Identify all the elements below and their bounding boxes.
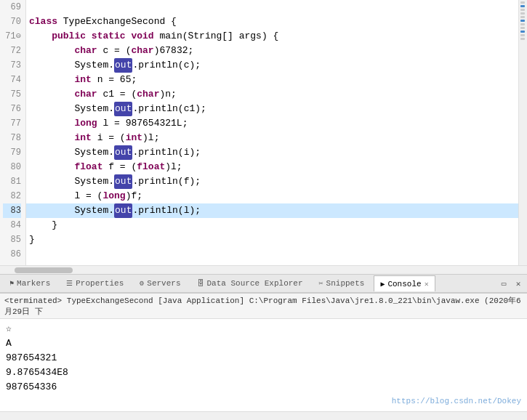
console-horizontal-scrollbar[interactable] [0,411,527,420]
line-num-86: 86 [3,247,21,262]
code-lines[interactable]: class TypeExchangeSecond { public static… [26,0,518,265]
snippets-icon: ✂ [319,279,323,288]
tab-bar: ⚑ Markers ☰ Properties ⚙ Servers 🗄 Data … [0,274,527,293]
minimize-button[interactable]: ▭ [498,278,510,289]
minimap-line [520,5,525,7]
code-line-84: } [26,218,518,233]
tab-console-label: Console [387,280,421,288]
minimap-line [520,34,525,36]
line-num-85: 85 [3,233,21,247]
code-line-73: System.out.println(c); [26,58,518,73]
line-num-78: 78 [3,131,21,145]
code-line-71: public static void main(String[] args) { [26,29,518,44]
line-num-79: 79 [3,145,21,160]
tab-snippets[interactable]: ✂ Snippets [313,275,371,291]
tab-console[interactable]: ▶ Console ✕ [374,275,435,291]
tab-properties[interactable]: ☰ Properties [60,275,130,291]
line-num-76: 76 [3,102,21,116]
line-num-71: 71⊖ [3,29,21,44]
code-line-69 [26,0,518,15]
code-container: 69 70 71⊖ 72 73 74 75 76 77 78 79 80 81 … [0,0,527,265]
console-line-4: 987654336 [6,380,521,395]
console-icon: ▶ [380,280,385,288]
console-status: <terminated> TypeExchangeSecond [Java Ap… [4,296,521,316]
console-output: ☆ A 987654321 9.8765434E8 987654336 http… [0,319,527,411]
horizontal-scrollbar[interactable] [0,265,527,274]
markers-icon: ⚑ [9,279,14,288]
minimap-line [520,9,525,11]
line-num-72: 72 [3,44,21,58]
code-line-70: class TypeExchangeSecond { [26,15,518,29]
code-line-86 [26,247,518,262]
code-line-85: } [26,233,518,247]
console-header: <terminated> TypeExchangeSecond [Java Ap… [0,294,527,319]
code-line-79: System.out.println(i); [26,145,518,160]
line-num-69: 69 [3,0,21,15]
tab-properties-label: Properties [76,279,124,288]
code-line-81: System.out.println(f); [26,174,518,189]
minimap-line [520,16,525,18]
console-line-1: A [6,336,521,351]
code-line-74: int n = 65; [26,73,518,87]
datasource-icon: 🗄 [197,279,204,288]
line-num-81: 81 [3,174,21,189]
line-num-74: 74 [3,73,21,87]
tab-datasource[interactable]: 🗄 Data Source Explorer [190,275,310,291]
code-line-77: long l = 987654321L; [26,116,518,131]
console-close-icon[interactable]: ✕ [425,280,429,288]
minimap-line [520,31,525,33]
line-numbers: 69 70 71⊖ 72 73 74 75 76 77 78 79 80 81 … [0,0,26,265]
tab-datasource-label: Data Source Explorer [207,279,303,288]
minimap-line [520,23,525,25]
line-num-83: 83 [3,203,21,218]
minimap-line [520,12,525,15]
properties-icon: ☰ [66,279,73,288]
code-line-82: l = (long)f; [26,189,518,203]
console-line-3: 9.8765434E8 [6,366,521,380]
code-line-72: char c = (char)67832; [26,44,518,58]
minimap-line [520,1,525,4]
tab-markers[interactable]: ⚑ Markers [3,275,57,291]
minimap-line [520,38,525,40]
watermark: https://blog.csdn.net/Dokey [392,394,521,408]
tab-servers[interactable]: ⚙ Servers [133,275,187,291]
tab-snippets-label: Snippets [326,279,365,288]
tab-servers-label: Servers [147,279,180,288]
line-num-75: 75 [3,87,21,102]
line-num-84: 84 [3,218,21,233]
console-area: <terminated> TypeExchangeSecond [Java Ap… [0,293,527,420]
console-line-0: ☆ [6,322,521,336]
line-num-70: 70 [3,15,21,29]
console-line-2: 987654321 [6,351,521,366]
tab-markers-label: Markers [17,279,50,288]
tab-actions: ▭ ✕ [498,278,524,289]
close-view-button[interactable]: ✕ [512,278,524,289]
right-minimap [518,0,527,265]
line-num-73: 73 [3,58,21,73]
code-line-75: char c1 = (char)n; [26,87,518,102]
code-line-80: float f = (float)l; [26,160,518,174]
code-line-78: int i = (int)l; [26,131,518,145]
line-num-80: 80 [3,160,21,174]
code-line-83: System.out.println(l); [26,203,518,218]
minimap-line [520,27,525,29]
horizontal-scrollbar-thumb[interactable] [15,267,73,273]
minimap-line [520,20,525,22]
line-num-77: 77 [3,116,21,131]
servers-icon: ⚙ [140,279,144,288]
code-line-76: System.out.println(c1); [26,102,518,116]
editor-area: 69 70 71⊖ 72 73 74 75 76 77 78 79 80 81 … [0,0,527,274]
line-num-82: 82 [3,189,21,203]
minimap-lines [519,0,527,41]
